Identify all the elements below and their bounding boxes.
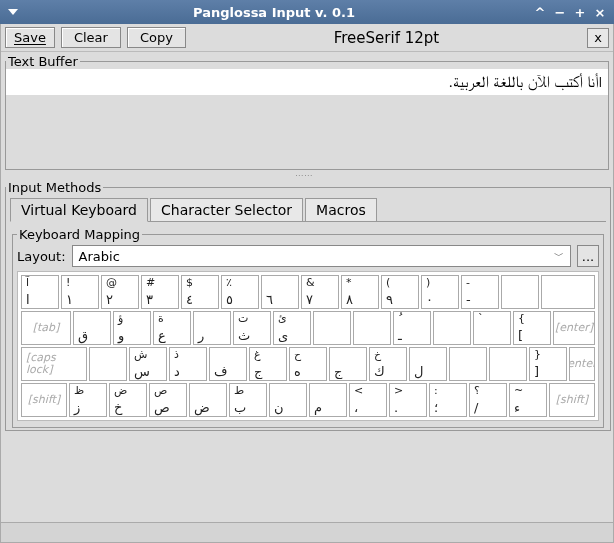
titlebar: Panglossa Input v. 0.1 ^ − + × xyxy=(0,0,614,24)
character-key[interactable]: )٠ xyxy=(421,275,459,309)
character-key[interactable]: >. xyxy=(389,383,427,417)
character-key[interactable]: ذد xyxy=(169,347,207,381)
status-bar xyxy=(1,522,613,542)
utility-key[interactable]: [enter] xyxy=(569,347,595,381)
character-key[interactable]: ةع xyxy=(153,311,191,345)
utility-key[interactable]: [shift] xyxy=(21,383,67,417)
utility-key[interactable]: [caps lock] xyxy=(21,347,87,381)
panel-close-button[interactable]: x xyxy=(587,28,609,48)
character-key[interactable] xyxy=(433,311,471,345)
tab-macros[interactable]: Macros xyxy=(305,198,377,222)
input-methods-legend: Input Methods xyxy=(6,180,103,195)
splitter[interactable]: ⋯⋯ xyxy=(1,172,613,178)
close-icon[interactable]: × xyxy=(592,4,608,20)
input-methods-group: Input Methods Virtual Keyboard Character… xyxy=(5,180,611,431)
utility-key[interactable]: [shift] xyxy=(549,383,595,417)
maximize-icon[interactable]: + xyxy=(572,4,588,20)
character-key[interactable] xyxy=(501,275,539,309)
character-key[interactable]: طب xyxy=(229,383,267,417)
character-key[interactable]: ج xyxy=(329,347,367,381)
character-key[interactable]: حه xyxy=(289,347,327,381)
toolbar: Save Clear Copy FreeSerif 12pt x xyxy=(1,24,613,52)
character-key[interactable]: {[ xyxy=(513,311,551,345)
character-key[interactable]: غج xyxy=(249,347,287,381)
character-key[interactable] xyxy=(449,347,487,381)
minimize-icon[interactable]: − xyxy=(552,4,568,20)
save-button[interactable]: Save xyxy=(5,27,55,48)
character-key[interactable]: ؟/ xyxy=(469,383,507,417)
character-key[interactable]: م xyxy=(309,383,347,417)
tab-virtual-keyboard[interactable]: Virtual Keyboard xyxy=(10,198,148,222)
character-key[interactable]: تث xyxy=(233,311,271,345)
character-key[interactable] xyxy=(89,347,127,381)
character-key[interactable]: ر xyxy=(193,311,231,345)
character-key[interactable]: (٩ xyxy=(381,275,419,309)
character-key[interactable]: @٢ xyxy=(101,275,139,309)
app-menu-icon[interactable] xyxy=(6,5,20,19)
character-key[interactable]: ` xyxy=(473,311,511,345)
character-key[interactable]: !١ xyxy=(61,275,99,309)
character-key[interactable]: ضخ xyxy=(109,383,147,417)
character-key[interactable]: آا xyxy=(21,275,59,309)
character-key[interactable]: خك xyxy=(369,347,407,381)
character-key[interactable]: ُـ xyxy=(393,311,431,345)
character-key[interactable]: &٧ xyxy=(301,275,339,309)
layout-label: Layout: xyxy=(17,249,66,264)
text-buffer-group: Text Buffer |أنا أكتب الآن باللغة العربي… xyxy=(5,54,609,170)
character-key[interactable]: صص xyxy=(149,383,187,417)
virtual-keyboard: آا!١@٢#٣$٤٪٥ ٦&٧*٨(٩)٠-- [tab] قؤوةع رتث… xyxy=(17,271,599,421)
keyboard-mapping-group: Keyboard Mapping Layout: Arabic ﹀ ... آا… xyxy=(12,227,604,428)
character-key[interactable]: }] xyxy=(529,347,567,381)
utility-key[interactable]: [enter] xyxy=(553,311,595,345)
character-key[interactable]: *٨ xyxy=(341,275,379,309)
character-key[interactable]: #٣ xyxy=(141,275,179,309)
shade-icon[interactable]: ^ xyxy=(532,4,548,20)
character-key[interactable]: ٪٥ xyxy=(221,275,259,309)
character-key[interactable]: ظز xyxy=(69,383,107,417)
character-key[interactable]: ~ء xyxy=(509,383,547,417)
character-key[interactable] xyxy=(353,311,391,345)
layout-value: Arabic xyxy=(79,249,120,264)
keyboard-mapping-legend: Keyboard Mapping xyxy=(17,227,142,242)
tabs: Virtual Keyboard Character Selector Macr… xyxy=(6,195,610,222)
character-key[interactable]: شس xyxy=(129,347,167,381)
character-key[interactable]: ن xyxy=(269,383,307,417)
window-title: Panglossa Input v. 0.1 xyxy=(147,5,401,20)
font-label: FreeSerif 12pt xyxy=(192,29,581,47)
utility-key[interactable]: [tab] xyxy=(21,311,71,345)
character-key[interactable]: ف xyxy=(209,347,247,381)
character-key[interactable]: <، xyxy=(349,383,387,417)
character-key[interactable]: :؛ xyxy=(429,383,467,417)
character-key[interactable]: ل xyxy=(409,347,447,381)
character-key[interactable]: ق xyxy=(73,311,111,345)
layout-more-button[interactable]: ... xyxy=(577,245,599,267)
text-buffer[interactable]: |أنا أكتب الآن باللغة العربية. xyxy=(6,69,608,95)
chevron-down-icon: ﹀ xyxy=(554,249,564,263)
character-key[interactable] xyxy=(541,275,595,309)
character-key[interactable]: ٦ xyxy=(261,275,299,309)
tab-character-selector[interactable]: Character Selector xyxy=(150,198,303,222)
character-key[interactable]: -- xyxy=(461,275,499,309)
text-content: أنا أكتب الآن باللغة العربية. xyxy=(449,74,599,90)
clear-button[interactable]: Clear xyxy=(61,27,121,48)
character-key[interactable] xyxy=(313,311,351,345)
text-buffer-legend: Text Buffer xyxy=(6,54,80,69)
character-key[interactable]: ض xyxy=(189,383,227,417)
grip-icon: ⋯⋯ xyxy=(295,174,319,177)
text-caret: | xyxy=(599,74,602,90)
character-key[interactable] xyxy=(489,347,527,381)
copy-button[interactable]: Copy xyxy=(127,27,186,48)
character-key[interactable]: ئى xyxy=(273,311,311,345)
layout-select[interactable]: Arabic ﹀ xyxy=(72,245,571,267)
character-key[interactable]: ؤو xyxy=(113,311,151,345)
character-key[interactable]: $٤ xyxy=(181,275,219,309)
